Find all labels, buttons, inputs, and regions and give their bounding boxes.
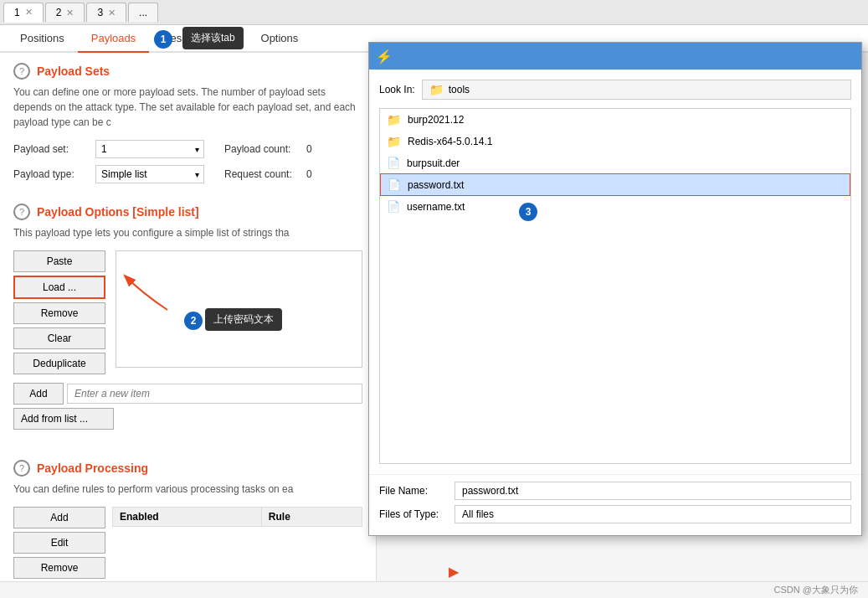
payload-type-select-wrap: Simple list [95,165,204,183]
tab-1-close[interactable]: ✕ [25,7,33,18]
remove-button[interactable]: Remove [13,302,105,324]
files-of-type-input[interactable] [455,505,851,523]
tab-resource-pool[interactable]: Resource Pool [149,25,247,53]
add-button[interactable]: Add [13,383,64,405]
doc-icon-username: 📄 [387,200,400,213]
doc-icon-burpsuit: 📄 [387,157,400,169]
payload-type-row: Payload type: Simple list Request count:… [13,165,362,183]
processing-add-button[interactable]: Add [13,507,105,528]
processing-table: Enabled Rule [112,507,362,527]
add-row: Add Add from list ... [13,383,362,430]
files-of-type-label: Files of Type: [379,508,446,520]
add-from-list-button[interactable]: Add from list ... [13,408,114,430]
tab-2-label: 2 [56,7,62,18]
file-item-burpsuit[interactable]: 📄 burpsuit.der [380,152,850,173]
clear-button[interactable]: Clear [13,327,105,349]
payload-sets-header: ? Payload Sets [13,63,362,80]
look-in-row: Look In: 📁 tools [379,80,851,100]
payload-options-body: Paste Load ... Remove Clear Deduplicate [13,250,362,378]
file-name-password: password.txt [408,179,464,191]
tab-payloads[interactable]: Payloads [78,25,149,53]
file-name-username: username.txt [407,201,465,213]
paste-button[interactable]: Paste [13,250,105,272]
bottom-bar: CSDN @大象只为你 [0,581,868,598]
folder-icon-burp2021: 📁 [387,113,401,126]
col-rule: Rule [261,508,362,527]
file-name-input[interactable] [455,482,851,500]
payload-set-row: Payload set: 1 Payload count: 0 [13,140,362,158]
file-dialog: ⚡ Look In: 📁 tools 📁 burp2021.12 📁 Redis… [368,42,862,536]
payload-sets-help-icon[interactable]: ? [13,63,30,80]
file-item-password[interactable]: 📄 password.txt [380,173,850,196]
tab-more[interactable]: ... [128,3,158,22]
look-in-path-text: tools [449,84,470,95]
payload-sets-title: Payload Sets [37,64,110,78]
payload-options-title: Payload Options [Simple list] [37,205,199,219]
file-name-label: File Name: [379,485,446,497]
payload-processing-desc: You can define rules to perform various … [13,482,362,497]
request-count-value: 0 [306,168,312,180]
add-item-input[interactable] [67,384,362,404]
tab-3-close[interactable]: ✕ [108,8,116,18]
tab-options[interactable]: Options [248,25,312,53]
file-name-redis: Redis-x64-5.0.14.1 [408,136,492,147]
file-name-burpsuit: burpsuit.der [407,157,460,169]
processing-table-wrap: Enabled Rule [112,507,362,582]
processing-body: Add Edit Remove Enabled Rule [13,507,362,582]
watermark-text: CSDN @大象只为你 [774,584,858,596]
tab-positions[interactable]: Positions [7,25,78,53]
tab-1[interactable]: 1 ✕ [3,3,44,23]
processing-buttons: Add Edit Remove [13,507,105,582]
look-in-path[interactable]: 📁 tools [422,80,851,100]
dialog-title-bar: ⚡ [369,43,861,70]
deduplicate-button[interactable]: Deduplicate [13,353,105,374]
look-in-folder-icon: 📁 [429,83,444,96]
tab-3-label: 3 [97,7,103,18]
payload-count-label: Payload count: [224,143,300,155]
look-in-label: Look In: [379,84,415,95]
tab-3[interactable]: 3 ✕ [86,3,126,22]
payload-set-select[interactable]: 1 [95,140,204,158]
payload-type-select[interactable]: Simple list [95,165,204,183]
file-item-burp2021[interactable]: 📁 burp2021.12 [380,109,850,131]
file-item-redis[interactable]: 📁 Redis-x64-5.0.14.1 [380,131,850,152]
payload-options-header: ? Payload Options [Simple list] [13,204,362,220]
payload-set-label: Payload set: [13,143,89,155]
payload-processing-header: ? Payload Processing [13,460,362,477]
payload-processing-title: Payload Processing [37,461,148,475]
tab-2[interactable]: 2 ✕ [45,3,85,22]
dialog-lightning-icon: ⚡ [376,49,393,64]
request-count-label: Request count: [224,168,300,180]
payload-list [116,250,362,368]
payload-options-desc: This payload type lets you configure a s… [13,225,362,240]
payload-type-label: Payload type: [13,168,89,180]
processing-edit-button[interactable]: Edit [13,532,105,554]
payload-set-select-wrap: 1 [95,140,204,158]
payload-options-help-icon[interactable]: ? [13,204,30,220]
folder-icon-redis: 📁 [387,135,401,148]
file-name-burp2021: burp2021.12 [408,114,464,126]
tab-bar: 1 ✕ 2 ✕ 3 ✕ ... [0,0,868,25]
left-panel: ? Payload Sets You can define one or mor… [0,53,377,598]
dialog-body: Look In: 📁 tools 📁 burp2021.12 📁 Redis-x… [369,70,861,474]
load-button[interactable]: Load ... [13,276,105,299]
processing-remove-button[interactable]: Remove [13,557,105,579]
doc-icon-password: 📄 [388,178,401,191]
tab-1-label: 1 [14,7,20,18]
col-enabled: Enabled [113,508,262,527]
dialog-footer: File Name: Files of Type: [369,474,861,535]
tab-2-close[interactable]: ✕ [66,8,74,18]
file-list[interactable]: 📁 burp2021.12 📁 Redis-x64-5.0.14.1 📄 bur… [379,108,851,464]
tab-more-label: ... [139,7,147,18]
file-item-username[interactable]: 📄 username.txt [380,196,850,217]
file-name-row: File Name: [379,482,851,500]
payload-buttons: Paste Load ... Remove Clear Deduplicate [13,250,105,378]
files-of-type-row: Files of Type: [379,505,851,523]
payload-count-value: 0 [306,143,312,155]
payload-processing-help-icon[interactable]: ? [13,460,30,477]
payload-sets-desc: You can define one or more payload sets.… [13,85,362,130]
